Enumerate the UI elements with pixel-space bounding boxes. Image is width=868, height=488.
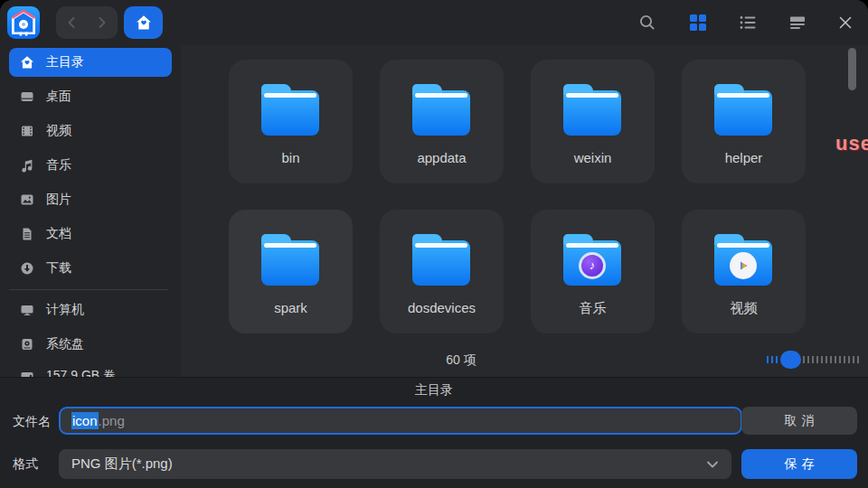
- computer-icon: [20, 303, 34, 317]
- folder-name: spark: [229, 300, 353, 315]
- play-badge-icon: [730, 252, 757, 279]
- folder-icon: [412, 240, 470, 286]
- file-manager-logo-icon: [7, 6, 40, 39]
- sidebar-item-computer[interactable]: 计算机: [9, 296, 172, 324]
- filename-selected-text: icon: [71, 412, 99, 429]
- filename-label: 文件名: [13, 414, 51, 430]
- folder-icon: [412, 90, 470, 136]
- desktop-icon: [20, 89, 34, 104]
- folder-tile-videos[interactable]: 视频: [682, 210, 806, 333]
- red-text-artifact: use: [835, 132, 868, 155]
- volume-icon: [20, 369, 34, 377]
- current-path: 主目录: [0, 382, 868, 399]
- detail-view-icon: [788, 14, 807, 32]
- image-icon: [20, 192, 34, 207]
- video-folder-icon: [714, 240, 772, 286]
- slider-ticks-inactive: [803, 356, 859, 363]
- sidebar-divider: [9, 289, 168, 290]
- chevron-down-icon: [706, 460, 719, 469]
- search-button[interactable]: [637, 13, 657, 33]
- close-icon: [837, 14, 854, 31]
- icon-size-slider[interactable]: [767, 351, 859, 369]
- close-button[interactable]: [835, 13, 855, 33]
- format-dropdown[interactable]: PNG 图片(*.png): [59, 449, 731, 479]
- save-dialog-footer: 主目录 文件名 icon.png 取消 格式 PNG 图片(*.png) 保存: [0, 377, 868, 488]
- sidebar-item-label: 主目录: [46, 54, 84, 70]
- sidebar-item-volume[interactable]: 157.9 GB 卷: [9, 361, 172, 377]
- save-button[interactable]: 保存: [741, 449, 857, 479]
- download-icon: [20, 261, 34, 276]
- folder-tile-helper[interactable]: helper: [682, 60, 806, 183]
- sidebar-item-label: 文档: [46, 226, 71, 242]
- detail-view-button[interactable]: [788, 13, 807, 33]
- folder-tile-bin[interactable]: bin: [229, 60, 353, 183]
- disk-icon: [20, 337, 34, 352]
- music-note-icon: [20, 158, 34, 173]
- sidebar-item-desktop[interactable]: 桌面: [9, 82, 172, 111]
- home-icon: [136, 14, 152, 31]
- folder-icon: [261, 90, 319, 136]
- music-folder-icon: ♪: [563, 240, 621, 286]
- sidebar-item-label: 系统盘: [46, 336, 84, 352]
- slider-handle[interactable]: [780, 351, 801, 369]
- home-icon: [20, 55, 34, 70]
- navigation-group: [56, 6, 118, 39]
- folder-name: dosdevices: [380, 300, 504, 315]
- grid-view-icon: [689, 14, 707, 32]
- folder-icon: [714, 90, 772, 136]
- format-label: 格式: [13, 456, 38, 473]
- sidebar-item-label: 桌面: [46, 89, 71, 105]
- sidebar: 主目录 桌面 视频 音乐: [0, 45, 181, 377]
- film-icon: [20, 124, 34, 138]
- sidebar-item-videos[interactable]: 视频: [9, 117, 172, 145]
- forward-button[interactable]: [87, 6, 118, 39]
- list-view-button[interactable]: [738, 13, 758, 33]
- slider-ticks-active: [767, 356, 780, 363]
- sidebar-item-label: 视频: [46, 123, 71, 139]
- folder-tile-dosdevices[interactable]: dosdevices: [380, 210, 504, 333]
- titlebar: [0, 0, 868, 45]
- filename-input[interactable]: icon.png: [59, 407, 742, 435]
- document-icon: [20, 227, 34, 241]
- sidebar-item-system-disk[interactable]: 系统盘: [9, 330, 172, 359]
- back-button[interactable]: [56, 6, 87, 39]
- file-save-dialog-window: 主目录 桌面 视频 音乐: [0, 0, 868, 488]
- sidebar-item-pictures[interactable]: 图片: [9, 185, 172, 214]
- folder-name: bin: [229, 150, 353, 165]
- file-list-area: bin appdata weixin helper spark dosdevic…: [181, 45, 868, 377]
- folder-name: appdata: [380, 150, 504, 165]
- folder-name: helper: [682, 150, 806, 165]
- format-value: PNG 图片(*.png): [71, 455, 173, 473]
- folder-tile-appdata[interactable]: appdata: [380, 60, 504, 183]
- folder-name: 音乐: [531, 300, 655, 317]
- sidebar-item-downloads[interactable]: 下载: [9, 254, 172, 283]
- chevron-right-icon: [98, 16, 107, 29]
- folder-tile-music[interactable]: ♪ 音乐: [531, 210, 655, 333]
- music-badge-icon: ♪: [579, 252, 606, 279]
- sidebar-item-label: 计算机: [46, 302, 84, 318]
- filename-extension: .png: [99, 413, 125, 428]
- folder-tile-weixin[interactable]: weixin: [531, 60, 655, 183]
- sidebar-item-label: 音乐: [46, 157, 71, 174]
- search-icon: [637, 13, 657, 33]
- sidebar-item-label: 下载: [46, 260, 71, 277]
- sidebar-item-documents[interactable]: 文档: [9, 220, 172, 249]
- folder-icon: [261, 240, 319, 286]
- home-button[interactable]: [124, 6, 163, 39]
- folder-icon: [563, 90, 621, 136]
- sidebar-item-label: 157.9 GB 卷: [46, 368, 116, 377]
- list-view-icon: [739, 14, 757, 32]
- sidebar-item-music[interactable]: 音乐: [9, 151, 172, 180]
- grid-view-button[interactable]: [688, 13, 708, 33]
- folder-name: 视频: [682, 300, 806, 317]
- sidebar-item-home[interactable]: 主目录: [9, 48, 172, 77]
- folder-name: weixin: [531, 150, 655, 165]
- folder-tile-spark[interactable]: spark: [229, 210, 353, 333]
- folder-grid: bin appdata weixin helper spark dosdevic…: [229, 60, 806, 333]
- sidebar-item-label: 图片: [46, 192, 71, 208]
- item-count-status: 60 项: [416, 352, 506, 369]
- vertical-scrollbar[interactable]: [848, 48, 856, 90]
- cancel-button[interactable]: 取消: [741, 407, 857, 435]
- chevron-left-icon: [67, 16, 76, 29]
